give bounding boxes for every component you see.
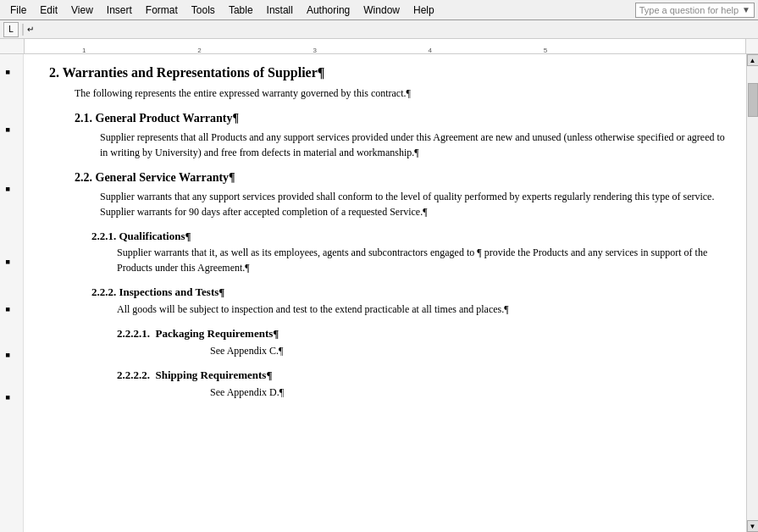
menu-tools[interactable]: Tools <box>185 3 222 18</box>
menu-edit[interactable]: Edit <box>33 3 64 18</box>
section-2-2-2-1-title: 2.2.2.1. Packaging Requirements¶ <box>117 325 729 342</box>
section-2-2-1: 2.2.1. Qualifications¶ Supplier warrants… <box>91 228 729 275</box>
menu-table[interactable]: Table <box>222 3 260 18</box>
section-2: 2. Warranties and Representations of Sup… <box>49 63 729 101</box>
section-2-2-2-1-number: 2.2.2.1. <box>117 327 150 340</box>
section-2-2-2-2: 2.2.2.2. Shipping Requirements¶ See Appe… <box>117 367 729 400</box>
section-2-2-2-2-title: 2.2.2.2. Shipping Requirements¶ <box>117 367 729 384</box>
ruler-mark-3: 3 <box>313 47 316 54</box>
bullet-s2-1: ▪ <box>5 122 23 137</box>
toolbar-indent-marker: ↵ <box>27 25 34 34</box>
doc-content: 2. Warranties and Representations of Sup… <box>49 63 729 400</box>
section-2-2-2-number: 2.2.2. <box>91 285 116 298</box>
scrollbar-thumb[interactable] <box>748 83 758 117</box>
scrollbar-up-btn[interactable]: ▲ <box>747 54 759 66</box>
section-2-2-2: 2.2.2. Inspections and Tests¶ All goods … <box>91 284 729 317</box>
section-2-2-2-body: All goods will be subject to inspection … <box>117 302 729 317</box>
menu-view[interactable]: View <box>64 3 100 18</box>
ruler-mark-2: 2 <box>197 47 201 54</box>
section-2-2-2-1: 2.2.2.1. Packaging Requirements¶ See App… <box>117 325 729 358</box>
section-2-2: 2.2. General Service Warranty¶ Supplier … <box>75 169 729 219</box>
scrollbar-track[interactable] <box>747 66 759 520</box>
section-2-2-body: Supplier warrants that any support servi… <box>100 190 729 219</box>
section-2-2-2-2-number: 2.2.2.2. <box>117 369 150 381</box>
bullet-s2-2-2: ▪ <box>5 302 23 317</box>
bullet-s2-2-2-2: ▪ <box>5 390 23 405</box>
section-2-2-2-heading: Inspections and Tests¶ <box>119 285 225 298</box>
toolbar: L ↵ <box>0 20 758 39</box>
section-2-1-number: 2.1. <box>75 112 92 125</box>
ruler-mark-1: 1 <box>82 47 86 54</box>
section-2-1-body: Supplier represents that all Products an… <box>100 130 729 160</box>
toolbar-separator <box>22 24 24 36</box>
ruler: 1 2 3 4 5 <box>0 39 758 54</box>
section-2-2-heading: General Service Warranty¶ <box>96 171 235 184</box>
toolbar-btn-1[interactable]: L <box>3 22 19 37</box>
right-scrollbar: ▲ ▼ <box>746 54 758 532</box>
ruler-inner: 1 2 3 4 5 <box>24 39 746 54</box>
menu-format[interactable]: Format <box>139 3 185 18</box>
menu-file[interactable]: File <box>3 3 33 18</box>
section-2-2-2-1-heading: Packaging Requirements¶ <box>156 327 279 340</box>
document-area: 2. Warranties and Representations of Sup… <box>24 54 746 532</box>
help-search-box[interactable]: Type a question for help ▼ <box>635 3 755 18</box>
menu-insert[interactable]: Insert <box>100 3 139 18</box>
menu-help[interactable]: Help <box>407 3 441 18</box>
section-2-body: The following represents the entire expr… <box>75 86 729 101</box>
menu-window[interactable]: Window <box>357 3 407 18</box>
section-2-2-1-body: Supplier warrants that it, as well as it… <box>117 246 729 275</box>
left-margin: ▪ ▪ ▪ ▪ ▪ ▪ ▪ <box>0 54 24 532</box>
section-2-2-1-number: 2.2.1. <box>91 230 116 242</box>
ruler-mark-4: 4 <box>429 47 432 54</box>
section-2-2-2-1-body: See Appendix C.¶ <box>210 344 729 358</box>
menu-authoring[interactable]: Authoring <box>300 3 357 18</box>
bullet-s2-2-2-1: ▪ <box>5 347 23 363</box>
section-2-1-title: 2.1. General Product Warranty¶ <box>75 109 729 127</box>
section-2-2-number: 2.2. <box>75 171 92 184</box>
section-2-heading: Warranties and Representations of Suppli… <box>63 65 325 80</box>
section-2-2-title: 2.2. General Service Warranty¶ <box>75 169 729 186</box>
section-2-2-1-heading: Qualifications¶ <box>119 230 191 242</box>
menubar: File Edit View Insert Format Tools Table… <box>0 0 758 20</box>
bullet-s2-2-1: ▪ <box>5 254 23 269</box>
section-2-title: 2. Warranties and Representations of Sup… <box>49 63 729 83</box>
section-2-2-1-title: 2.2.1. Qualifications¶ <box>91 228 729 245</box>
section-2-2-2-2-heading: Shipping Requirements¶ <box>156 369 273 381</box>
section-2-2-2-2-body: See Appendix D.¶ <box>210 385 729 400</box>
section-2-2-2-title: 2.2.2. Inspections and Tests¶ <box>91 284 729 301</box>
section-2-number: 2. <box>49 65 59 80</box>
scrollbar-down-btn[interactable]: ▼ <box>747 520 759 532</box>
bullet-s2-2: ▪ <box>5 181 23 197</box>
help-search-text: Type a question for help <box>639 5 739 15</box>
menu-install[interactable]: Install <box>260 3 300 18</box>
bullet-s2: ▪ <box>5 64 23 80</box>
ruler-mark-5: 5 <box>544 47 547 54</box>
section-2-1: 2.1. General Product Warranty¶ Supplier … <box>75 109 729 160</box>
section-2-1-heading: General Product Warranty¶ <box>96 112 240 125</box>
help-dropdown-icon[interactable]: ▼ <box>742 5 750 14</box>
main-area: ▪ ▪ ▪ ▪ ▪ ▪ ▪ 2. Warranties and Represen… <box>0 54 758 532</box>
